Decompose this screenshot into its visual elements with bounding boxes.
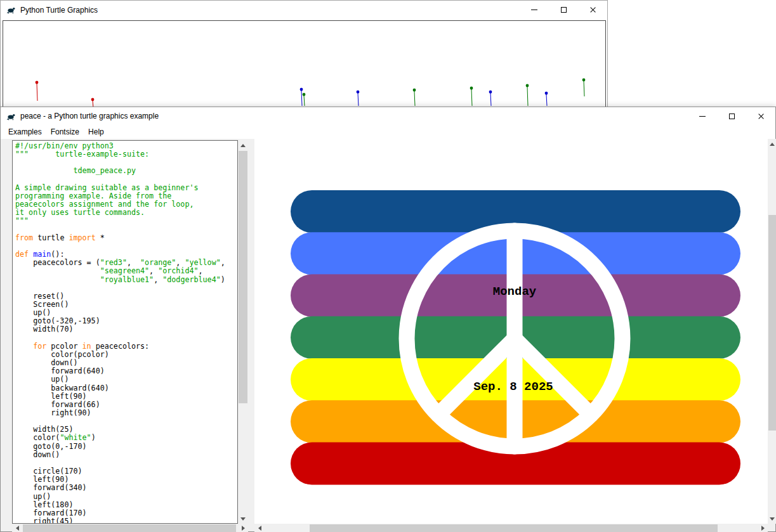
front-window-title: peace - a Python turtle graphics example bbox=[20, 112, 159, 120]
minimize-icon bbox=[531, 10, 537, 10]
maximize-icon bbox=[561, 7, 567, 13]
peace-canvas: Monday Sep. 8 2025 bbox=[254, 139, 768, 524]
back-window-controls bbox=[520, 1, 607, 19]
back-window-titlebar[interactable]: Python Turtle Graphics bbox=[1, 1, 607, 19]
arrow-up-icon bbox=[240, 144, 246, 147]
arrow-right-icon bbox=[761, 526, 765, 531]
turtle-app-icon bbox=[6, 112, 16, 121]
maximize-icon bbox=[729, 114, 735, 119]
turtle-app-icon bbox=[6, 5, 16, 15]
arrow-right-icon bbox=[242, 526, 245, 531]
minimize-button[interactable] bbox=[688, 107, 717, 125]
maximize-button[interactable] bbox=[717, 107, 746, 125]
close-button[interactable] bbox=[578, 1, 607, 19]
back-window-title: Python Turtle Graphics bbox=[20, 6, 98, 15]
maximize-button[interactable] bbox=[549, 1, 578, 19]
arrow-down-icon bbox=[770, 517, 775, 521]
scroll-thumb[interactable] bbox=[239, 151, 247, 403]
turtle-drawing-pins bbox=[3, 21, 605, 110]
menubar: Examples Fontsize Help bbox=[1, 125, 775, 139]
scroll-right-button[interactable] bbox=[758, 524, 768, 532]
menu-help[interactable]: Help bbox=[84, 126, 109, 138]
scroll-down-button[interactable] bbox=[238, 514, 248, 524]
close-icon bbox=[589, 6, 596, 13]
scroll-thumb[interactable] bbox=[310, 524, 718, 532]
arrow-left-icon bbox=[16, 526, 19, 531]
code-viewer[interactable]: #!/usr/bin/env python3""" turtle-example… bbox=[12, 140, 238, 524]
peace-drawing: Monday Sep. 8 2025 bbox=[254, 139, 768, 524]
arrow-left-icon bbox=[258, 526, 261, 531]
scroll-left-button[interactable] bbox=[254, 524, 265, 532]
menu-fontsize[interactable]: Fontsize bbox=[46, 126, 84, 138]
arrow-up-icon bbox=[770, 143, 775, 146]
front-window-titlebar[interactable]: peace - a Python turtle graphics example bbox=[1, 107, 775, 125]
minimize-icon bbox=[699, 116, 706, 117]
front-window: peace - a Python turtle graphics example… bbox=[0, 107, 776, 532]
canvas-horizontal-scrollbar[interactable] bbox=[254, 524, 768, 532]
canvas-vertical-scrollbar[interactable] bbox=[768, 139, 776, 524]
scroll-right-button[interactable] bbox=[238, 524, 248, 532]
scroll-up-button[interactable] bbox=[238, 140, 248, 150]
front-window-controls bbox=[688, 107, 775, 125]
close-icon bbox=[758, 113, 765, 120]
scroll-thumb[interactable] bbox=[23, 524, 236, 532]
code-horizontal-scrollbar[interactable] bbox=[12, 524, 248, 532]
scroll-down-button[interactable] bbox=[768, 514, 776, 524]
scroll-thumb[interactable] bbox=[768, 215, 776, 431]
minimize-button[interactable] bbox=[520, 1, 549, 19]
close-button[interactable] bbox=[746, 107, 775, 125]
date-label: Sep. 8 2025 bbox=[473, 380, 553, 394]
weekday-label: Monday bbox=[493, 285, 537, 299]
source-code: #!/usr/bin/env python3""" turtle-example… bbox=[15, 142, 237, 524]
code-vertical-scrollbar[interactable] bbox=[238, 140, 248, 524]
scroll-up-button[interactable] bbox=[768, 139, 776, 149]
arrow-down-icon bbox=[240, 517, 246, 521]
scroll-left-button[interactable] bbox=[12, 524, 22, 532]
menu-examples[interactable]: Examples bbox=[4, 126, 46, 138]
